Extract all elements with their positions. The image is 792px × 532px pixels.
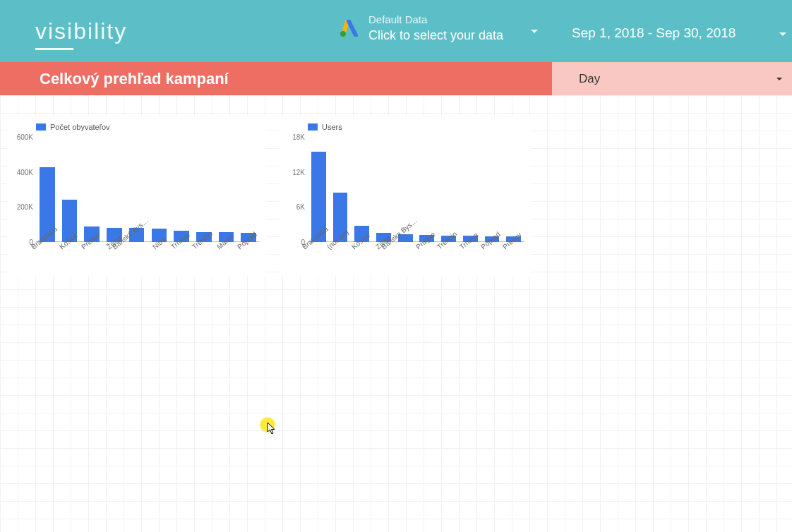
brand-part-2: bility — [73, 18, 127, 44]
section-titlebar: Celkový prehľad kampaní Day — [0, 62, 792, 95]
brand-logo: visibility — [35, 18, 127, 44]
date-range-text: Sep 1, 2018 - Sep 30, 2018 — [572, 25, 736, 40]
legend-swatch-icon — [36, 123, 46, 131]
date-range-picker[interactable]: Sep 1, 2018 - Sep 30, 2018 — [572, 25, 736, 41]
y-tick: 18K — [292, 133, 305, 141]
section-title: Celkový prehľad kampaní — [40, 70, 229, 88]
y-tick: 6K — [296, 203, 305, 211]
granularity-select[interactable]: Day — [552, 62, 792, 95]
plot-area — [308, 137, 524, 242]
granularity-label: Day — [579, 72, 600, 86]
cursor-icon — [267, 422, 277, 435]
legend-label: Users — [322, 123, 342, 131]
datasource-text: Default Data Click to select your data — [368, 13, 503, 44]
datasource-line1: Default Data — [368, 13, 503, 27]
google-ads-icon — [340, 20, 359, 37]
legend-swatch-icon — [308, 123, 318, 131]
top-header: visibility Default Data Click to select … — [0, 0, 792, 62]
y-tick: 600K — [17, 133, 33, 141]
svg-point-0 — [340, 31, 346, 37]
plot-area — [36, 137, 260, 242]
y-tick: 400K — [17, 168, 33, 176]
x-axis: BratislavaKošicePrešovŽilinaBanská Bys…N… — [36, 242, 260, 276]
y-tick: 12K — [292, 168, 305, 176]
datasource-line2: Click to select your data — [368, 27, 503, 44]
chevron-down-icon — [776, 78, 782, 80]
chevron-down-icon — [779, 32, 786, 36]
chevron-down-icon[interactable] — [531, 30, 538, 33]
y-tick: 200K — [17, 203, 33, 211]
y-axis: 06K12K18K — [280, 137, 308, 242]
datasource-selector[interactable]: Default Data Click to select your data — [340, 13, 503, 44]
legend-label: Počet obyvateľov — [50, 123, 110, 131]
legend: Users — [308, 123, 342, 131]
chart-population[interactable]: Počet obyvateľov 0200K400K600K Bratislav… — [7, 116, 266, 277]
y-axis: 0200K400K600K — [8, 137, 36, 242]
brand-part-1: visi — [35, 18, 73, 44]
report-canvas[interactable]: Počet obyvateľov 0200K400K600K Bratislav… — [0, 95, 792, 532]
chart-users[interactable]: Users 06K12K18K Bratislava(not set)Kosic… — [279, 116, 531, 277]
legend: Počet obyvateľov — [36, 123, 110, 131]
x-axis: Bratislava(not set)KosiceZilinaBanska By… — [308, 242, 524, 276]
